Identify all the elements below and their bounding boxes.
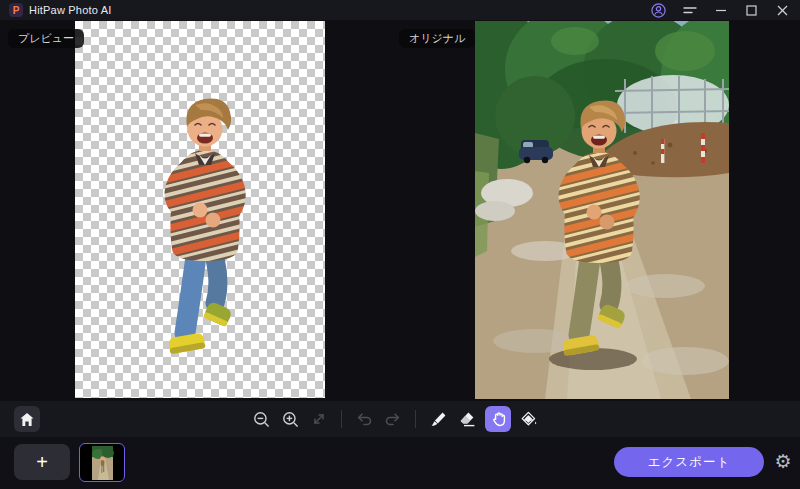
app-title: HitPaw Photo AI	[29, 4, 112, 16]
window-controls	[643, 0, 800, 20]
redo-icon	[384, 411, 402, 427]
hand-tool-button[interactable]	[485, 406, 511, 432]
eraser-icon	[458, 411, 476, 427]
account-icon[interactable]	[643, 0, 674, 20]
zoom-out-icon	[253, 411, 270, 428]
close-icon[interactable]	[767, 0, 798, 20]
brush-icon	[430, 411, 447, 428]
hand-icon	[491, 411, 506, 427]
home-icon	[20, 413, 34, 426]
brand: P HitPaw Photo AI	[0, 3, 112, 17]
thumbnail-image	[82, 446, 123, 480]
settings-gear-icon[interactable]: ⚙	[770, 446, 796, 476]
original-label: オリジナル	[399, 29, 475, 48]
app-logo-icon: P	[9, 3, 23, 17]
app-window: P HitPaw Photo AI	[0, 0, 800, 489]
preview-panel[interactable]	[75, 21, 325, 398]
image-thumbnail[interactable]	[79, 443, 125, 482]
undo-icon	[355, 411, 373, 427]
toolbar-divider	[341, 410, 342, 428]
fit-expand-button[interactable]	[308, 408, 330, 430]
footer-bar: + エクスポート ⚙	[0, 437, 800, 489]
zoom-out-button[interactable]	[250, 408, 272, 430]
cutout-boy-image	[75, 21, 325, 398]
eraser-tool-button[interactable]	[456, 408, 478, 430]
original-panel[interactable]	[475, 21, 729, 399]
redo-button[interactable]	[382, 408, 404, 430]
titlebar: P HitPaw Photo AI	[0, 0, 800, 20]
menu-icon[interactable]	[674, 0, 705, 20]
home-button[interactable]	[14, 406, 40, 432]
minimize-icon[interactable]	[705, 0, 736, 20]
add-image-button[interactable]: +	[14, 444, 70, 480]
toolbar	[0, 401, 800, 437]
brush-tool-button[interactable]	[427, 408, 449, 430]
fill-tool-button[interactable]	[518, 408, 540, 430]
zoom-in-button[interactable]	[279, 408, 301, 430]
tool-group	[250, 406, 540, 432]
export-button[interactable]: エクスポート	[614, 447, 764, 477]
editor-canvas: プレビュー オリジナル	[0, 20, 800, 401]
maximize-icon[interactable]	[736, 0, 767, 20]
fill-bucket-icon	[520, 411, 538, 428]
fit-expand-icon	[311, 411, 327, 427]
original-photo-image	[475, 21, 729, 399]
preview-label: プレビュー	[8, 29, 84, 48]
toolbar-divider	[415, 410, 416, 428]
undo-button[interactable]	[353, 408, 375, 430]
zoom-in-icon	[282, 411, 299, 428]
